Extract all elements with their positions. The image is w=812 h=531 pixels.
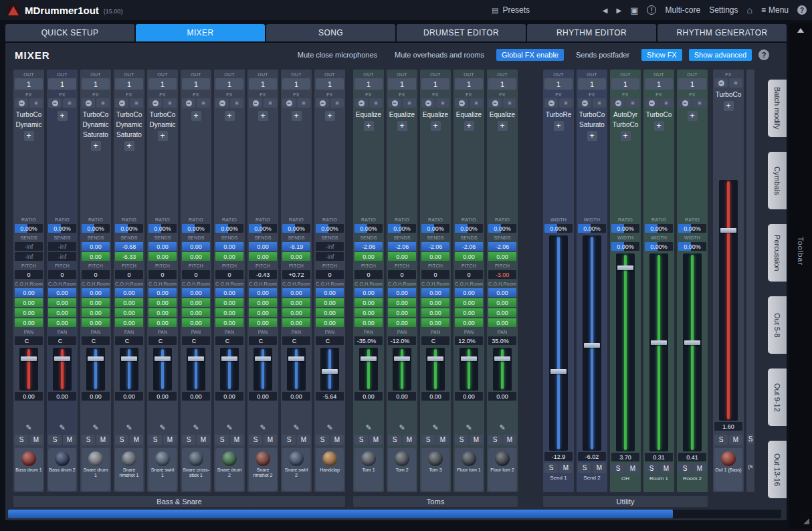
solo-button[interactable]: S	[15, 435, 28, 445]
fx-bypass-button[interactable]: −	[578, 98, 591, 108]
fader-thumb[interactable]	[188, 356, 204, 361]
fx-bypass-button[interactable]: −	[714, 78, 728, 88]
ratio-value[interactable]: 0.00%	[82, 224, 110, 233]
fader-thumb[interactable]	[322, 369, 338, 374]
volume-fader[interactable]	[220, 348, 239, 391]
pan-value[interactable]: 35.0%	[488, 336, 516, 345]
fx-slot[interactable]: Equalize	[421, 110, 449, 119]
mic-level-value[interactable]: 0.00	[148, 308, 177, 317]
settings-button[interactable]: Settings	[709, 5, 738, 15]
header-button-show-advanced[interactable]: Show advanced	[689, 49, 752, 61]
mute-button[interactable]: M	[264, 435, 277, 445]
drum-pad[interactable]: Tom 3	[421, 448, 449, 491]
pan-value[interactable]: -35.0%	[354, 336, 383, 345]
mic-level-value[interactable]: 0.00	[455, 308, 483, 317]
pan-value[interactable]: 12.0%	[455, 336, 483, 345]
send-level-value[interactable]: -inf	[15, 242, 43, 251]
volume-fader[interactable]	[393, 348, 411, 391]
solo-button[interactable]: S	[645, 463, 658, 473]
mute-button[interactable]: M	[96, 435, 110, 445]
solo-button[interactable]: S	[421, 435, 435, 445]
fader-thumb[interactable]	[651, 340, 667, 345]
pitch-value[interactable]: +0.72	[282, 270, 310, 279]
fader-value[interactable]: 0.00	[48, 392, 76, 401]
drum-pad[interactable]: Out 1 (Bass)	[714, 448, 742, 491]
fx-slot[interactable]: AutoDyr	[611, 110, 639, 119]
volume-fader[interactable]	[320, 348, 339, 391]
drum-pad[interactable]: Handclap	[316, 448, 344, 491]
add-fx-button[interactable]: +	[724, 101, 734, 111]
mic-level-value[interactable]: 0.00	[455, 318, 483, 327]
add-fx-button[interactable]: +	[431, 121, 441, 131]
tab-quick-setup[interactable]: QUICK SETUP	[5, 24, 134, 41]
solo-button[interactable]: S	[249, 435, 262, 445]
volume-fader[interactable]	[549, 235, 568, 451]
mic-level-value[interactable]: 0.00	[249, 308, 277, 317]
fx-menu-button[interactable]: ≡	[96, 98, 110, 108]
fader-value[interactable]: 0.00	[488, 392, 516, 401]
fx-menu-button[interactable]: ≡	[729, 78, 742, 88]
ratio-value[interactable]: 0.00%	[215, 224, 243, 233]
edit-button[interactable]: ✎	[215, 423, 243, 433]
send-level-value[interactable]: 0.00	[455, 252, 483, 261]
fx-bypass-button[interactable]: −	[215, 98, 229, 108]
fx-bypass-button[interactable]: −	[282, 98, 296, 108]
out-select[interactable]: 1	[388, 78, 416, 90]
out-select[interactable]: 1	[488, 78, 516, 90]
fader-value[interactable]: -12.9	[544, 452, 573, 461]
edit-button[interactable]: ✎	[282, 423, 310, 433]
fader-thumb[interactable]	[221, 356, 237, 361]
add-fx-button[interactable]: +	[292, 111, 302, 121]
mic-level-value[interactable]: 0.00	[249, 298, 277, 307]
out-select[interactable]: 1	[421, 78, 449, 90]
edit-button[interactable]: ✎	[15, 423, 43, 433]
ratio-value[interactable]: 0.00%	[316, 224, 344, 233]
solo-button[interactable]: S	[316, 435, 329, 445]
send-level-value[interactable]: 0.00	[182, 252, 210, 261]
add-fx-button[interactable]: +	[258, 111, 268, 121]
out-select[interactable]: 1	[282, 78, 310, 90]
pitch-value[interactable]: -3.00	[488, 270, 516, 279]
width-value[interactable]: 0.00%	[678, 242, 706, 251]
fader-thumb[interactable]	[21, 356, 37, 361]
pan-value[interactable]: C	[215, 336, 243, 345]
fx-slot[interactable]: TurboCo	[82, 110, 110, 119]
prev-preset-button[interactable]: ◀	[603, 7, 608, 14]
add-fx-button[interactable]: +	[688, 111, 698, 121]
out-select[interactable]: 1	[15, 78, 43, 90]
mic-level-value[interactable]: 0.00	[388, 288, 416, 297]
pitch-value[interactable]: 0	[48, 270, 76, 279]
mute-button[interactable]: M	[503, 435, 516, 445]
mute-button[interactable]: M	[130, 435, 143, 445]
mic-level-value[interactable]: 0.00	[282, 288, 310, 297]
fx-menu-button[interactable]: ≡	[163, 98, 177, 108]
pitch-value[interactable]: 0	[82, 270, 110, 279]
fx-slot[interactable]: TurboCo	[645, 110, 673, 119]
fx-menu-button[interactable]: ≡	[626, 98, 639, 108]
solo-button[interactable]: S	[488, 435, 502, 445]
out-select[interactable]: 1	[611, 78, 639, 90]
volume-fader[interactable]	[649, 253, 668, 451]
fx-bypass-button[interactable]: −	[249, 98, 262, 108]
out-select[interactable]: 1	[48, 78, 76, 90]
edit-button[interactable]: ✎	[115, 423, 143, 433]
add-fx-button[interactable]: +	[225, 111, 235, 121]
fader-value[interactable]: 0.00	[388, 392, 416, 401]
fader-value[interactable]: 1.60	[714, 422, 742, 431]
send-level-value[interactable]: -2.06	[488, 242, 516, 251]
send-level-value[interactable]: -2.06	[455, 242, 483, 251]
solo-button[interactable]: S	[282, 435, 296, 445]
solo-button[interactable]: S	[611, 463, 625, 473]
fader-thumb[interactable]	[288, 356, 304, 361]
mic-level-value[interactable]: 0.00	[421, 288, 449, 297]
fader-value[interactable]: 0.00	[215, 392, 243, 401]
solo-button[interactable]: S	[354, 435, 368, 445]
ratio-value[interactable]: 0.00%	[611, 224, 639, 233]
solo-button[interactable]: S	[678, 463, 692, 473]
fx-menu-button[interactable]: ≡	[130, 98, 143, 108]
mic-level-value[interactable]: 0.00	[115, 298, 143, 307]
pitch-value[interactable]: 0	[182, 270, 210, 279]
mute-button[interactable]: M	[369, 435, 383, 445]
pitch-value[interactable]: 0	[215, 270, 243, 279]
fx-bypass-button[interactable]: −	[611, 98, 625, 108]
